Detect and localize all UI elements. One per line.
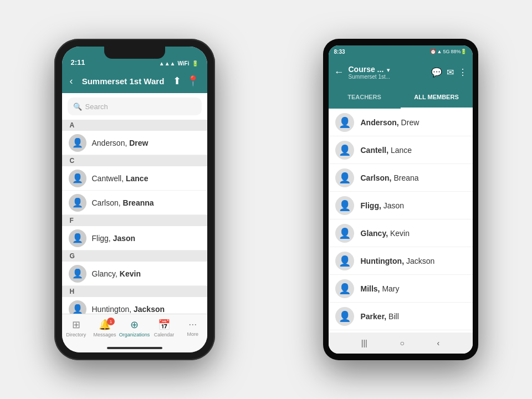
section-header-a: A xyxy=(62,120,207,131)
alarm-icon: ⏰ xyxy=(430,49,436,54)
list-item[interactable]: 👤 Carlson, Breanna xyxy=(62,191,207,215)
android-statusbar: 8:33 ⏰ ▲ 5G 88%🔋 xyxy=(329,45,473,58)
list-item[interactable]: 👤 Anderson, Drew xyxy=(329,109,473,136)
list-item[interactable]: 👤 Anderson, Drew xyxy=(62,131,207,155)
list-item[interactable]: 👤 Mills, Mary xyxy=(329,275,473,303)
android-header-title: Course ... ▾ xyxy=(349,65,427,74)
android-header-actions: 💬 ✉ ⋮ xyxy=(431,67,467,78)
android-wrapper: 8:33 ⏰ ▲ 5G 88%🔋 ← Course ... ▾ xyxy=(323,39,478,360)
mail-icon[interactable]: ✉ xyxy=(447,67,454,78)
person-name: Anderson, Drew xyxy=(92,139,149,147)
list-item[interactable]: 👤 Cantwell, Lance xyxy=(62,166,207,191)
avatar: 👤 xyxy=(335,168,354,187)
iphone-header: ‹ Summerset 1st Ward ⬆ 📍 xyxy=(62,69,207,93)
iphone-notch xyxy=(104,47,165,59)
list-item[interactable]: 👤 Cantell, Lance xyxy=(329,136,473,164)
avatar: 👤 xyxy=(335,113,354,132)
list-item[interactable]: 👤 Parker, Bill xyxy=(329,303,473,330)
dropdown-icon: ▾ xyxy=(387,67,390,73)
tab-messages-label: Messages xyxy=(93,332,116,337)
avatar: 👤 xyxy=(335,252,354,270)
share-icon[interactable]: ⬆ xyxy=(173,75,181,87)
iphone-screen: 2:11 ▲▲▲ WiFi 🔋 ‹ Summerset 1st Ward ⬆ 📍 xyxy=(62,47,207,352)
iphone-status-icons: ▲▲▲ WiFi 🔋 xyxy=(159,60,198,66)
more-icon: ··· xyxy=(188,319,197,330)
avatar: 👤 xyxy=(335,196,354,215)
person-name: Parker, Bill xyxy=(361,312,399,321)
nav-back-icon[interactable]: ‹ xyxy=(437,339,439,347)
person-name: Huntington, Jackson xyxy=(361,257,435,265)
avatar: 👤 xyxy=(69,229,86,247)
scene: 2:11 ▲▲▲ WiFi 🔋 ‹ Summerset 1st Ward ⬆ 📍 xyxy=(0,0,532,399)
tab-directory-label: Directory xyxy=(66,332,86,337)
search-icon: 🔍 xyxy=(73,103,82,111)
home-indicator xyxy=(107,347,162,349)
android-status-icons: ⏰ ▲ 5G 88%🔋 xyxy=(430,49,467,54)
avatar: 👤 xyxy=(69,194,86,212)
android-back-icon[interactable]: ← xyxy=(334,66,344,78)
avatar: 👤 xyxy=(335,307,354,326)
list-item[interactable]: 👤 Huntington, Jackson xyxy=(329,247,473,275)
android-title-block: Course ... ▾ Summerset 1st... xyxy=(349,65,427,80)
person-name: Glancy, Kevin xyxy=(92,269,141,278)
section-header-h: H xyxy=(62,286,207,297)
tab-directory[interactable]: ⊞ Directory xyxy=(62,319,91,337)
avatar: 👤 xyxy=(335,141,354,160)
tab-org-label: Organizations xyxy=(119,332,150,337)
person-name: Carlson, Breana xyxy=(361,173,419,182)
network-icon: 5G xyxy=(443,49,449,54)
header-title: Summerset 1st Ward xyxy=(82,76,165,86)
avatar: 👤 xyxy=(69,170,86,187)
directory-icon: ⊞ xyxy=(72,319,80,331)
list-item[interactable]: 👤 Fligg, Jason xyxy=(62,226,207,250)
teachers-tab-label: TEACHERS xyxy=(347,94,381,100)
iphone-time: 2:11 xyxy=(71,58,85,66)
battery-icon: 88%🔋 xyxy=(451,49,467,54)
nav-home-icon[interactable]: ○ xyxy=(400,339,404,347)
calendar-icon: 📅 xyxy=(158,319,170,331)
android-header: ← Course ... ▾ Summerset 1st... 💬 ✉ ⋮ xyxy=(329,58,473,86)
nav-recent-icon[interactable]: ||| xyxy=(361,339,367,347)
tab-more[interactable]: ··· More xyxy=(178,319,207,337)
tab-more-label: More xyxy=(187,331,198,337)
android-header-subtitle: Summerset 1st... xyxy=(349,74,427,80)
person-name: Glancy, Kevin xyxy=(361,229,410,238)
person-name: Fligg, Jason xyxy=(361,201,405,210)
android-member-list: 👤 Anderson, Drew 👤 Cantell, Lance 👤 Carl… xyxy=(329,109,473,332)
section-header-f: F xyxy=(62,215,207,226)
wifi-icon: WiFi xyxy=(177,60,189,66)
avatar: 👤 xyxy=(69,300,86,314)
list-item[interactable]: 👤 Huntington, Jackson xyxy=(62,297,207,314)
section-header-c: C xyxy=(62,155,207,166)
tab-calendar-label: Calendar xyxy=(154,332,175,337)
search-placeholder: Search xyxy=(85,103,108,111)
android-time: 8:33 xyxy=(334,49,345,55)
avatar: 👤 xyxy=(335,279,354,298)
chat-icon[interactable]: 💬 xyxy=(431,67,442,78)
avatar: 👤 xyxy=(335,224,354,243)
signal-icon: ▲ xyxy=(437,49,442,54)
more-vert-icon[interactable]: ⋮ xyxy=(458,67,467,78)
search-bar[interactable]: 🔍 Search xyxy=(68,98,202,115)
tab-organizations[interactable]: ⊕ Organizations xyxy=(119,319,150,337)
messages-badge: 1 xyxy=(107,318,115,325)
person-name: Mills, Mary xyxy=(361,284,400,293)
list-item[interactable]: 👤 Glancy, Kevin xyxy=(62,262,207,286)
android-screen: 8:33 ⏰ ▲ 5G 88%🔋 ← Course ... ▾ xyxy=(329,45,473,354)
avatar: 👤 xyxy=(69,265,86,283)
back-icon[interactable]: ‹ xyxy=(70,75,73,87)
tab-all-members[interactable]: ALL MEMBERS xyxy=(401,86,473,109)
list-item[interactable]: 👤 Fligg, Jason xyxy=(329,192,473,219)
tab-teachers[interactable]: TEACHERS xyxy=(329,86,401,109)
person-name: Huntington, Jackson xyxy=(92,305,165,314)
iphone-device: 2:11 ▲▲▲ WiFi 🔋 ‹ Summerset 1st Ward ⬆ 📍 xyxy=(54,39,215,360)
person-name: Cantell, Lance xyxy=(361,146,412,155)
android-navbar: ||| ○ ‹ xyxy=(329,332,473,354)
header-actions: ⬆ 📍 xyxy=(173,75,199,87)
signal-icon: ▲▲▲ xyxy=(159,60,176,66)
tab-messages[interactable]: 🔔 1 Messages xyxy=(90,319,119,337)
list-item[interactable]: 👤 Carlson, Breana xyxy=(329,164,473,192)
tab-calendar[interactable]: 📅 Calendar xyxy=(150,319,178,337)
list-item[interactable]: 👤 Glancy, Kevin xyxy=(329,219,473,247)
pin-icon[interactable]: 📍 xyxy=(187,75,199,87)
